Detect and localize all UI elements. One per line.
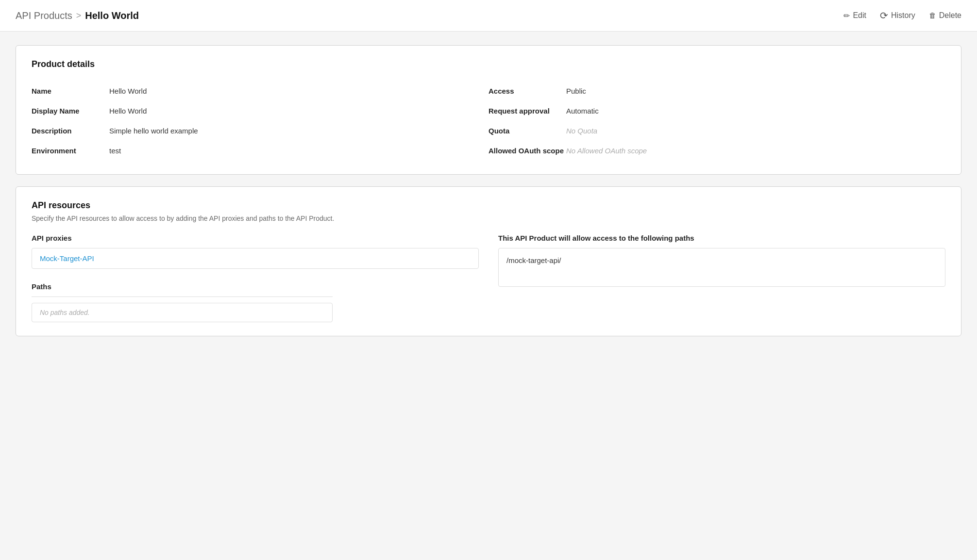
details-right: Access Public Request approval Automatic… (488, 81, 945, 161)
detail-row-description: Description Simple hello world example (32, 121, 488, 141)
label-description: Description (32, 127, 109, 135)
delete-icon (929, 11, 936, 20)
value-access: Public (566, 87, 586, 95)
value-quota: No Quota (566, 127, 597, 135)
value-request-approval: Automatic (566, 107, 599, 115)
value-name: Hello World (109, 87, 147, 95)
header-actions: Edit History Delete (843, 10, 961, 21)
main-content: Product details Name Hello World Display… (0, 32, 977, 350)
paths-section: Paths No paths added. (32, 282, 479, 322)
detail-row-environment: Environment test (32, 141, 488, 161)
detail-row-access: Access Public (488, 81, 945, 101)
value-oauth-scope: No Allowed OAuth scope (566, 147, 647, 155)
page-header: API Products > Hello World Edit History … (0, 0, 977, 32)
history-button[interactable]: History (880, 10, 915, 21)
breadcrumb-current: Hello World (85, 10, 139, 21)
label-environment: Environment (32, 147, 109, 155)
value-display-name: Hello World (109, 107, 147, 115)
detail-row-name: Name Hello World (32, 81, 488, 101)
edit-button[interactable]: Edit (843, 11, 866, 20)
list-item: Mock-Target-API (32, 248, 478, 268)
proxy-list: Mock-Target-API (32, 248, 479, 269)
proxy-link[interactable]: Mock-Target-API (40, 254, 94, 263)
resources-grid: API proxies Mock-Target-API Paths No pat… (32, 234, 945, 322)
allowed-paths-box: /mock-target-api/ (498, 248, 945, 287)
paths-divider (32, 296, 333, 297)
edit-label: Edit (853, 11, 866, 20)
history-label: History (891, 11, 915, 20)
label-oauth-scope: Allowed OAuth scope (488, 147, 566, 155)
product-details-card: Product details Name Hello World Display… (16, 45, 961, 175)
paths-empty-text: No paths added. (40, 309, 90, 316)
history-icon (880, 10, 888, 21)
detail-row-display-name: Display Name Hello World (32, 101, 488, 121)
detail-row-request-approval: Request approval Automatic (488, 101, 945, 121)
label-access: Access (488, 87, 566, 95)
delete-label: Delete (939, 11, 961, 20)
api-resources-card: API resources Specify the API resources … (16, 186, 961, 336)
label-name: Name (32, 87, 109, 95)
right-column: This API Product will allow access to th… (498, 234, 945, 322)
value-description: Simple hello world example (109, 127, 198, 135)
details-left: Name Hello World Display Name Hello Worl… (32, 81, 488, 161)
breadcrumb-parent[interactable]: API Products (16, 10, 72, 21)
proxies-label: API proxies (32, 234, 479, 242)
product-details-title: Product details (32, 59, 945, 69)
edit-icon (843, 11, 850, 20)
paths-label: Paths (32, 282, 479, 291)
delete-button[interactable]: Delete (929, 11, 961, 20)
allowed-path-value: /mock-target-api/ (506, 256, 561, 264)
label-quota: Quota (488, 127, 566, 135)
value-environment: test (109, 147, 121, 155)
label-request-approval: Request approval (488, 107, 566, 115)
allowed-paths-label: This API Product will allow access to th… (498, 234, 945, 242)
breadcrumb: API Products > Hello World (16, 10, 139, 21)
detail-row-oauth-scope: Allowed OAuth scope No Allowed OAuth sco… (488, 141, 945, 161)
breadcrumb-separator: > (76, 11, 82, 21)
detail-row-quota: Quota No Quota (488, 121, 945, 141)
left-column: API proxies Mock-Target-API Paths No pat… (32, 234, 479, 322)
api-resources-description: Specify the API resources to allow acces… (32, 214, 945, 222)
details-grid: Name Hello World Display Name Hello Worl… (32, 81, 945, 161)
label-display-name: Display Name (32, 107, 109, 115)
paths-list: No paths added. (32, 303, 333, 322)
api-resources-title: API resources (32, 200, 945, 211)
